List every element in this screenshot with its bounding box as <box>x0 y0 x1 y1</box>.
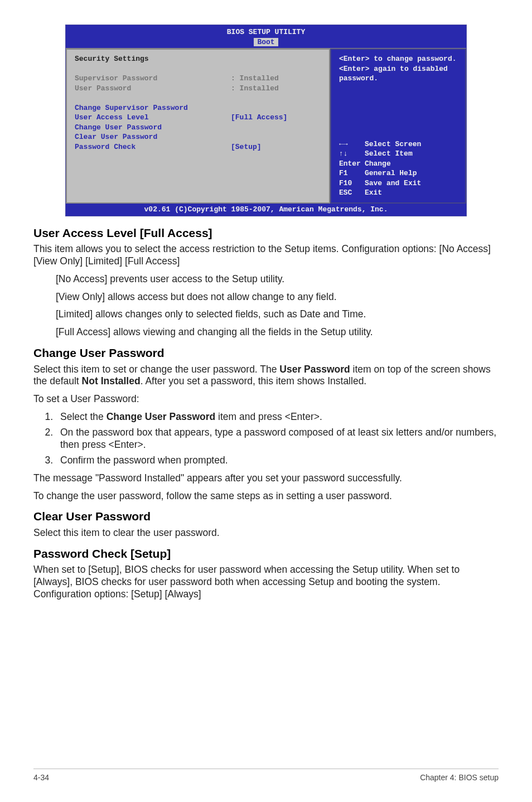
text-seg: item and press <Enter>. <box>215 411 322 422</box>
heading-clear-user-pw: Clear User Password <box>33 509 499 524</box>
user-access-level-label: User Access Level <box>75 113 231 123</box>
bios-right-pane: <Enter> to change password. <Enter> agai… <box>330 49 466 204</box>
bios-nav-hints: ←→Select Screen ↑↓Select Item EnterChang… <box>339 139 457 198</box>
nav-save-exit: Save and Exit <box>365 178 421 189</box>
chapter-label: Chapter 4: BIOS setup <box>420 772 499 783</box>
tab-boot: Boot <box>254 38 278 46</box>
nav-exit: Exit <box>365 188 382 198</box>
step-2: On the password box that appears, type a… <box>56 427 499 451</box>
supervisor-password-row: Supervisor Password : Installed <box>75 74 321 84</box>
nav-key-f1: F1 <box>339 168 365 178</box>
step-1: Select the Change User Password item and… <box>56 411 499 423</box>
password-check-item[interactable]: Password Check [Setup] <box>75 142 321 152</box>
bios-title: BIOS SETUP UTILITY <box>66 25 466 37</box>
para-clear-user-pw: Select this item to clear the user passw… <box>33 527 499 539</box>
user-password-value: : Installed <box>231 84 279 94</box>
para-change-user-pw-1: Select this item to set or change the us… <box>33 364 499 388</box>
password-check-value: [Setup] <box>231 142 262 152</box>
user-access-level-item[interactable]: User Access Level [Full Access] <box>75 113 321 123</box>
bios-footer: v02.61 (C)Copyright 1985-2007, American … <box>66 204 466 216</box>
nav-key-ud: ↑↓ <box>339 149 365 159</box>
help-line2: <Enter> again to disabled password. <box>339 64 457 84</box>
heading-user-access-level: User Access Level [Full Access] <box>33 225 499 241</box>
nav-key-enter: Enter <box>339 159 365 169</box>
bios-tabs: Boot <box>66 37 466 49</box>
text-bold: Not Installed <box>82 375 141 386</box>
para-msg-installed: The message "Password Installed" appears… <box>33 472 499 485</box>
user-access-level-value: [Full Access] <box>231 113 287 123</box>
user-password-row: User Password : Installed <box>75 84 321 94</box>
change-user-password-item[interactable]: Change User Password <box>75 123 321 133</box>
text-bold: Change User Password <box>107 411 215 422</box>
text-seg: . After you set a password, this item sh… <box>141 375 367 386</box>
para-view-only: [View Only] allows access but does not a… <box>56 291 499 303</box>
para-change-steps: To change the user password, follow the … <box>33 490 499 503</box>
bios-screenshot: BIOS SETUP UTILITY Boot Security Setting… <box>65 25 467 216</box>
nav-select-screen: Select Screen <box>365 139 421 149</box>
text-seg: Select this item to set or change the us… <box>33 364 279 375</box>
text-bold: User Password <box>279 364 350 375</box>
change-supervisor-password-item[interactable]: Change Supervisor Password <box>75 103 321 113</box>
nav-change: Change <box>365 159 391 169</box>
heading-password-check: Password Check [Setup] <box>33 546 499 562</box>
supervisor-password-label: Supervisor Password <box>75 74 231 84</box>
bios-help-text: <Enter> to change password. <Enter> agai… <box>339 54 457 84</box>
password-check-label: Password Check <box>75 142 231 152</box>
para-password-check: When set to [Setup], BIOS checks for use… <box>33 564 499 601</box>
heading-change-user-pw: Change User Password <box>33 345 499 361</box>
nav-general-help: General Help <box>365 168 417 178</box>
step-3: Confirm the password when prompted. <box>56 455 499 467</box>
page-number: 4-34 <box>33 772 49 783</box>
para-full-access: [Full Access] allows viewing and changin… <box>56 326 499 339</box>
clear-user-password-item[interactable]: Clear User Password <box>75 132 321 142</box>
para-user-access-intro: This item allows you to select the acces… <box>33 243 499 268</box>
help-line1: <Enter> to change password. <box>339 54 457 64</box>
bios-left-pane: Security Settings Supervisor Password : … <box>66 49 330 204</box>
supervisor-password-value: : Installed <box>231 74 279 84</box>
para-to-set: To set a User Password: <box>33 393 499 405</box>
nav-select-item: Select Item <box>365 149 413 159</box>
page-footer: 4-34 Chapter 4: BIOS setup <box>33 769 499 783</box>
para-no-access: [No Access] prevents user access to the … <box>56 273 499 286</box>
security-settings-title: Security Settings <box>75 54 321 64</box>
user-password-label: User Password <box>75 84 231 94</box>
nav-key-lr: ←→ <box>339 139 365 149</box>
nav-key-f10: F10 <box>339 178 365 189</box>
para-limited: [Limited] allows changes only to selecte… <box>56 308 499 321</box>
nav-key-esc: ESC <box>339 188 365 198</box>
text-seg: Select the <box>60 411 107 422</box>
steps-list: Select the Change User Password item and… <box>33 411 499 467</box>
